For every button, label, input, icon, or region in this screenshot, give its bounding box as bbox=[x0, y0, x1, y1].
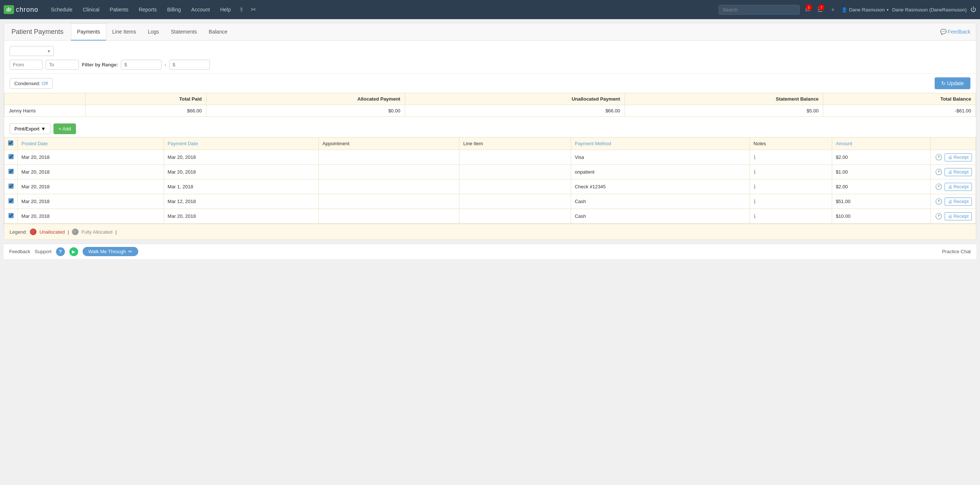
row3-posted-date: Mar 20, 2018 bbox=[18, 180, 164, 194]
row4-history-button[interactable]: 🕐 bbox=[934, 197, 943, 206]
range-to-input[interactable] bbox=[169, 60, 210, 70]
legend-unallocated-dot bbox=[30, 229, 37, 235]
user-arrow-icon: ▾ bbox=[887, 8, 889, 12]
row3-checkbox[interactable] bbox=[8, 183, 14, 189]
practice-chat-link[interactable]: Practice Chat bbox=[942, 249, 971, 254]
nav-patients[interactable]: Patients bbox=[105, 0, 134, 19]
summary-unallocated: $66.00 bbox=[405, 105, 625, 117]
row1-line-item bbox=[460, 150, 571, 165]
row1-info-icon[interactable]: ℹ bbox=[754, 154, 756, 160]
print-export-button[interactable]: Print/Export ▼ bbox=[10, 124, 51, 134]
row3-history-button[interactable]: 🕐 bbox=[934, 183, 943, 191]
nav-reports[interactable]: Reports bbox=[134, 0, 162, 19]
row5-amount: $10.00 bbox=[832, 209, 930, 224]
nav-clinical[interactable]: Clinical bbox=[78, 0, 104, 19]
nav-schedule[interactable]: Schedule bbox=[46, 0, 78, 19]
payments-header-posted-date[interactable]: Posted Date bbox=[18, 137, 164, 150]
footer-feedback-link[interactable]: Feedback bbox=[9, 249, 30, 254]
to-date-input[interactable] bbox=[46, 60, 79, 70]
nav-help[interactable]: Help bbox=[215, 0, 236, 19]
row5-checkbox-cell bbox=[5, 209, 18, 224]
row2-amount: $1.00 bbox=[832, 165, 930, 180]
row3-receipt-button[interactable]: 🖨 Receipt bbox=[945, 183, 972, 191]
range-from-input[interactable] bbox=[121, 60, 161, 70]
condensed-button[interactable]: Condensed: Off bbox=[10, 78, 53, 89]
payments-header-method[interactable]: Payment Method bbox=[571, 137, 749, 150]
payments-header-amount[interactable]: Amount bbox=[832, 137, 930, 150]
row2-receipt-button[interactable]: 🖨 Receipt bbox=[945, 168, 972, 176]
row5-line-item bbox=[460, 209, 571, 224]
row4-checkbox[interactable] bbox=[8, 198, 14, 204]
table-row: Mar 20, 2018 Mar 20, 2018 Visa ℹ $2.00 🕐… bbox=[5, 150, 976, 165]
filter-range-label: Filter by Range: bbox=[82, 62, 118, 67]
row1-actions: 🕐 🖨 Receipt bbox=[931, 150, 976, 165]
from-date-input[interactable] bbox=[10, 60, 43, 70]
footer-support-link[interactable]: Support bbox=[35, 249, 52, 254]
power-button[interactable]: ⏻ bbox=[970, 6, 976, 13]
nav-billing[interactable]: Billing bbox=[162, 0, 186, 19]
row4-checkbox-cell bbox=[5, 194, 18, 209]
search-input[interactable] bbox=[719, 5, 800, 15]
printer-icon-5: 🖨 bbox=[948, 214, 952, 219]
scissors-icon[interactable]: ✂ bbox=[247, 6, 260, 14]
menu-button[interactable]: ☰ 7 bbox=[816, 5, 824, 15]
table-row: Mar 20, 2018 Mar 1, 2018 Check #12345 ℹ … bbox=[5, 180, 976, 194]
row4-notes: ℹ bbox=[749, 194, 832, 209]
feedback-tab-link[interactable]: 💬 Feedback bbox=[940, 29, 970, 35]
user-dropdown[interactable]: 👤 Dane Rasmuson ▾ bbox=[842, 7, 889, 13]
walk-me-through-button[interactable]: Walk Me Through ✏ bbox=[83, 247, 138, 256]
add-nav-button[interactable]: ＋ bbox=[828, 4, 838, 16]
row1-receipt-button[interactable]: 🖨 Receipt bbox=[945, 153, 972, 161]
row3-checkbox-cell bbox=[5, 180, 18, 194]
row1-checkbox[interactable] bbox=[8, 154, 14, 159]
tab-line-items[interactable]: Line Items bbox=[106, 24, 142, 41]
help-circle-button[interactable]: ? bbox=[56, 247, 65, 256]
row5-receipt-button[interactable]: 🖨 Receipt bbox=[945, 212, 972, 220]
row5-notes: ℹ bbox=[749, 209, 832, 224]
play-circle-button[interactable]: ▶ bbox=[69, 247, 78, 256]
row1-appointment bbox=[318, 150, 460, 165]
row2-payment-date: Mar 20, 2018 bbox=[164, 165, 318, 180]
filter-select-wrapper: ▼ bbox=[10, 46, 54, 56]
row3-line-item bbox=[460, 180, 571, 194]
user-name: Dane Rasmuson bbox=[849, 7, 885, 13]
add-payment-button[interactable]: + Add bbox=[54, 124, 76, 134]
payments-header-notes: Notes bbox=[749, 137, 832, 150]
row2-checkbox[interactable] bbox=[8, 169, 14, 174]
row1-method: Visa bbox=[571, 150, 749, 165]
summary-total-balance: -$61.00 bbox=[823, 105, 976, 117]
page-title: Patient Payments bbox=[10, 24, 71, 40]
condensed-label: Condensed: bbox=[14, 81, 40, 86]
row5-checkbox[interactable] bbox=[8, 213, 14, 218]
patient-filter-select[interactable] bbox=[10, 46, 54, 56]
row1-history-button[interactable]: 🕐 bbox=[934, 153, 943, 161]
payments-header-payment-date[interactable]: Payment Date bbox=[164, 137, 318, 150]
row3-notes: ℹ bbox=[749, 180, 832, 194]
tab-logs[interactable]: Logs bbox=[142, 24, 165, 41]
row4-receipt-button[interactable]: 🖨 Receipt bbox=[945, 197, 972, 206]
tab-payments[interactable]: Payments bbox=[71, 23, 106, 41]
legend-allocated-dot bbox=[72, 229, 78, 235]
update-button[interactable]: ↻ Update bbox=[935, 77, 970, 89]
payments-header-checkbox bbox=[5, 137, 18, 150]
row3-info-icon[interactable]: ℹ bbox=[754, 183, 756, 190]
mail-button[interactable]: ✉ 1 bbox=[803, 5, 812, 15]
row2-appointment bbox=[318, 165, 460, 180]
legend-end-separator: | bbox=[115, 229, 116, 235]
walk-pencil-icon: ✏ bbox=[128, 249, 132, 254]
select-all-checkbox[interactable] bbox=[8, 140, 13, 146]
row2-info-icon[interactable]: ℹ bbox=[754, 169, 756, 175]
row2-checkbox-cell bbox=[5, 165, 18, 180]
row5-history-button[interactable]: 🕐 bbox=[934, 212, 943, 220]
row4-info-icon[interactable]: ℹ bbox=[754, 198, 756, 205]
tab-statements[interactable]: Statements bbox=[165, 24, 203, 41]
row5-info-icon[interactable]: ℹ bbox=[754, 213, 756, 219]
walk-me-through-label: Walk Me Through bbox=[89, 249, 126, 254]
summary-col-allocated: Allocated Payment bbox=[207, 93, 405, 105]
medical-icon[interactable]: ⚕ bbox=[236, 6, 247, 14]
range-dash: - bbox=[164, 62, 166, 68]
tab-balance[interactable]: Balance bbox=[203, 24, 233, 41]
nav-account[interactable]: Account bbox=[186, 0, 215, 19]
logo-area[interactable]: dr chrono bbox=[4, 5, 38, 14]
row2-history-button[interactable]: 🕐 bbox=[934, 168, 943, 176]
